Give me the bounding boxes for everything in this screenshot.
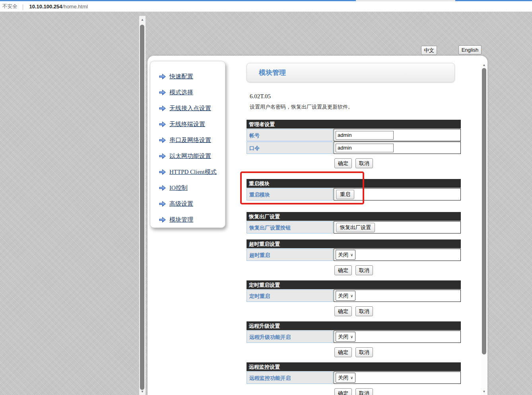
sidebar-item-link[interactable]: 模块管理 xyxy=(169,216,193,224)
sidebar-item-link[interactable]: 串口及网络设置 xyxy=(169,136,211,144)
row-label: 定时重启 xyxy=(247,290,333,302)
language-english-button[interactable]: English xyxy=(458,45,482,54)
scrollbar-thumb[interactable] xyxy=(482,68,486,354)
sidebar-item[interactable]: 快速配置 xyxy=(159,68,225,84)
dropdown-select[interactable]: 关闭∨ xyxy=(336,373,355,383)
cancel-button[interactable]: 取消 xyxy=(355,306,373,316)
main-content: 模块管理 6.02T.05 设置用户名密码，恢复出厂设置及更新软件。 管理者设置… xyxy=(247,63,461,395)
sidebar-item-link[interactable]: IO控制 xyxy=(169,184,188,192)
dropdown-select[interactable]: 关闭∨ xyxy=(336,291,355,301)
sidebar-item[interactable]: 无线接入点设置 xyxy=(159,100,225,116)
security-status-label[interactable]: 不安全 xyxy=(2,3,17,10)
browser-scrollbar[interactable]: ▲ ▼ xyxy=(139,16,146,395)
cancel-button[interactable]: 取消 xyxy=(355,347,373,357)
confirm-cancel-row: 确定取消 xyxy=(247,306,461,316)
row-value-cell: 关闭∨ xyxy=(334,331,461,343)
row-label: 重启模块 xyxy=(247,188,333,200)
chevron-down-icon: ∨ xyxy=(350,294,353,298)
cancel-button[interactable]: 取消 xyxy=(355,158,373,168)
sidebar-list: 快速配置模式选择无线接入点设置无线终端设置串口及网络设置以太网功能设置HTTPD… xyxy=(159,68,225,228)
row-value-cell: 关闭∨ xyxy=(334,372,461,384)
section-header: 管理者设置 xyxy=(247,120,461,128)
page-description: 设置用户名密码，恢复出厂设置及更新软件。 xyxy=(250,103,461,111)
sidebar-item[interactable]: 以太网功能设置 xyxy=(159,148,225,164)
scroll-up-icon[interactable]: ▲ xyxy=(481,63,487,68)
sidebar-item-link[interactable]: 模式选择 xyxy=(169,89,193,96)
table-row: 超时重启关闭∨ xyxy=(247,249,461,261)
row-value-cell xyxy=(334,142,461,154)
sidebar-item[interactable]: 模式选择 xyxy=(159,84,225,100)
arrow-right-icon xyxy=(159,217,166,223)
selected-option: 关闭 xyxy=(338,333,348,341)
section-header: 恢复出厂设置 xyxy=(247,212,461,221)
url-divider: | xyxy=(22,3,24,10)
sidebar-item-link[interactable]: 无线终端设置 xyxy=(169,121,205,128)
arrow-right-icon xyxy=(159,201,166,207)
settings-section: 管理者设置帐号口令确定取消 xyxy=(247,120,461,168)
sidebar-item-link[interactable]: 无线接入点设置 xyxy=(169,105,211,112)
url-host[interactable]: 10.10.100.254 xyxy=(29,4,62,10)
table-row: 远程升级功能开启关闭∨ xyxy=(247,331,461,343)
language-chinese-button[interactable]: 中文 xyxy=(421,46,437,55)
chevron-down-icon: ∨ xyxy=(350,335,353,339)
confirm-button[interactable]: 确定 xyxy=(334,306,352,316)
row-value-cell xyxy=(334,129,461,141)
row-label: 恢复出厂设置按钮 xyxy=(247,221,333,233)
arrow-right-icon xyxy=(159,105,166,111)
firmware-version: 6.02T.05 xyxy=(250,93,461,100)
browser-address-bar[interactable]: 不安全 | 10.10.100.254/home.html xyxy=(0,1,532,12)
settings-section: 远程监控设置远程监控功能开启关闭∨确定取消 xyxy=(247,362,461,395)
sidebar-item-link[interactable]: HTTPD Client模式 xyxy=(169,168,217,176)
url-path[interactable]: /home.html xyxy=(62,4,88,10)
scroll-down-icon[interactable]: ▼ xyxy=(139,389,146,394)
cancel-button[interactable]: 取消 xyxy=(355,265,373,275)
sidebar-item-link[interactable]: 高级设置 xyxy=(169,200,193,208)
arrow-right-icon xyxy=(159,74,166,80)
sidebar-item[interactable]: 无线终端设置 xyxy=(159,116,225,132)
content-scrollbar[interactable]: ▲ ▼ xyxy=(481,62,487,395)
table-row: 帐号 xyxy=(247,129,461,141)
sidebar-item[interactable]: IO控制 xyxy=(159,180,225,196)
section-header: 远程监控设置 xyxy=(247,362,461,371)
dropdown-select[interactable]: 关闭∨ xyxy=(336,332,355,342)
arrow-right-icon xyxy=(159,121,166,127)
text-input[interactable] xyxy=(336,131,394,140)
sidebar-item-link[interactable]: 以太网功能设置 xyxy=(169,152,211,160)
section-header: 重启模块 xyxy=(247,179,461,188)
text-input[interactable] xyxy=(336,144,394,152)
cancel-button[interactable]: 取消 xyxy=(355,388,373,395)
confirm-button[interactable]: 确定 xyxy=(334,158,352,168)
arrow-right-icon xyxy=(159,137,166,143)
table-row: 重启模块重启 xyxy=(247,188,461,200)
arrow-right-icon xyxy=(159,153,166,159)
confirm-cancel-row: 确定取消 xyxy=(247,388,461,395)
confirm-button[interactable]: 确定 xyxy=(334,388,352,395)
action-button[interactable]: 重启 xyxy=(336,190,354,199)
selected-option: 关闭 xyxy=(338,251,348,259)
confirm-button[interactable]: 确定 xyxy=(334,265,352,275)
settings-section: 远程升级设置远程升级功能开启关闭∨确定取消 xyxy=(247,321,461,357)
scroll-down-icon[interactable]: ▼ xyxy=(481,389,487,394)
sidebar-item[interactable]: 高级设置 xyxy=(159,196,225,212)
row-value-cell: 关闭∨ xyxy=(334,249,461,261)
sidebar-item[interactable]: HTTPD Client模式 xyxy=(159,164,225,180)
settings-section: 定时重启设置定时重启关闭∨确定取消 xyxy=(247,280,461,316)
row-value-cell: 重启 xyxy=(334,188,461,200)
settings-section: 超时重启设置超时重启关闭∨确定取消 xyxy=(247,239,461,275)
sidebar-item-link[interactable]: 快速配置 xyxy=(169,73,193,80)
scrollbar-thumb[interactable] xyxy=(140,25,144,390)
scroll-up-icon[interactable]: ▲ xyxy=(139,18,146,22)
dropdown-select[interactable]: 关闭∨ xyxy=(336,250,355,260)
action-button[interactable]: 恢复出厂设置 xyxy=(336,223,375,232)
chevron-down-icon: ∨ xyxy=(350,376,353,380)
section-header: 远程升级设置 xyxy=(247,321,461,330)
sidebar-item[interactable]: 模块管理 xyxy=(159,212,225,228)
row-label: 帐号 xyxy=(247,129,333,141)
section-header: 定时重启设置 xyxy=(247,280,461,289)
chevron-down-icon: ∨ xyxy=(350,253,353,257)
settings-sections: 管理者设置帐号口令确定取消重启模块重启模块重启恢复出厂设置恢复出厂设置按钮恢复出… xyxy=(247,120,461,395)
table-row: 定时重启关闭∨ xyxy=(247,290,461,302)
confirm-button[interactable]: 确定 xyxy=(334,347,352,357)
sidebar-item[interactable]: 串口及网络设置 xyxy=(159,132,225,148)
settings-section: 重启模块重启模块重启 xyxy=(247,179,461,200)
